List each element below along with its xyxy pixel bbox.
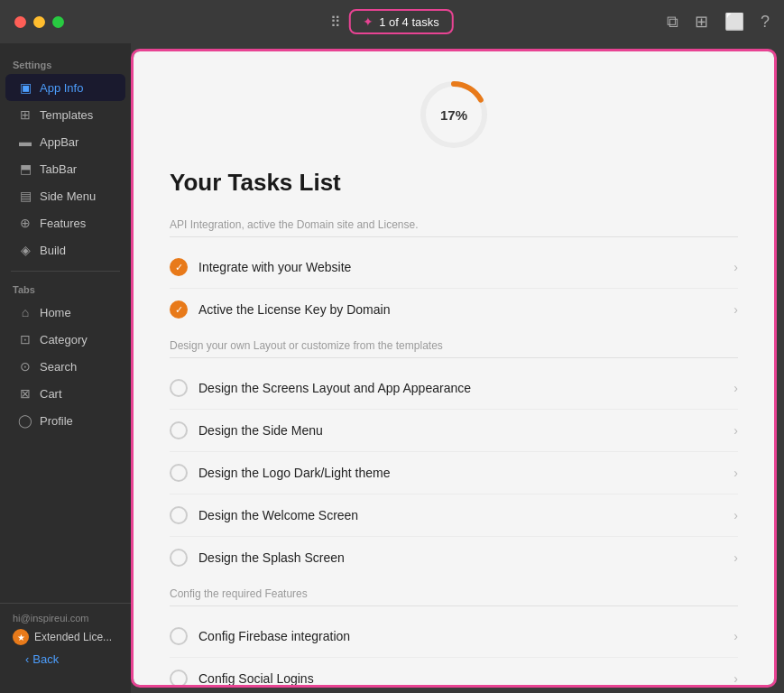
sidebar-item-tabbar[interactable]: ⬒ TabBar xyxy=(5,155,125,182)
sidebar-item-build[interactable]: ◈ Build xyxy=(5,236,125,263)
task-pill[interactable]: ✦ 1 of 4 tasks xyxy=(348,9,453,34)
footer-license-text: Extended Lice... xyxy=(34,631,112,643)
task-check-logo-theme xyxy=(170,464,188,482)
task-section-label-config: Config the required Features xyxy=(170,587,738,606)
sidebar-item-app-info[interactable]: ▣ App Info xyxy=(5,74,125,101)
sidebar-label-profile: Profile xyxy=(40,414,73,428)
task-chevron-social-logins: › xyxy=(733,671,738,686)
display-icon[interactable]: ⬜ xyxy=(724,12,744,32)
task-chevron-screens-layout: › xyxy=(733,381,738,395)
task-chevron-license: › xyxy=(733,302,738,317)
tasks-title: Your Tasks List xyxy=(170,169,738,197)
minimize-button[interactable] xyxy=(33,16,45,28)
task-text-firebase: Config Firebase integration xyxy=(198,629,723,643)
sidebar-label-templates: Templates xyxy=(40,108,93,122)
layers-icon[interactable]: ⧉ xyxy=(667,13,678,32)
sidebar-item-features[interactable]: ⊕ Features xyxy=(5,209,125,236)
back-label: Back xyxy=(32,652,59,666)
sidebar-label-app-info: App Info xyxy=(40,81,83,95)
task-check-welcome xyxy=(170,506,188,524)
task-item-welcome[interactable]: Design the Welcome Screen › xyxy=(170,494,738,537)
cart-icon: ⊠ xyxy=(18,386,32,401)
task-section-label-design: Design your own Layout or customize from… xyxy=(170,339,738,358)
task-section-api: API Integration, active the Domain site … xyxy=(170,218,738,330)
task-check-firebase xyxy=(170,627,188,645)
titlebar-center: ⠿ ✦ 1 of 4 tasks xyxy=(330,9,453,34)
task-check-screens-layout xyxy=(170,379,188,397)
task-text-welcome: Design the Welcome Screen xyxy=(198,508,723,522)
sidebar-item-cart[interactable]: ⊠ Cart xyxy=(5,380,125,407)
task-pill-icon: ✦ xyxy=(363,14,374,29)
sidebar-label-category: Category xyxy=(40,333,88,346)
qr-icon[interactable]: ⊞ xyxy=(695,12,708,32)
sidebar-item-profile[interactable]: ◯ Profile xyxy=(5,407,125,434)
task-chevron-splash: › xyxy=(733,550,738,565)
footer-license-row: ★ Extended Lice... xyxy=(13,629,118,645)
task-chevron-firebase: › xyxy=(733,629,738,643)
sidebar-label-build: Build xyxy=(40,244,66,257)
tabbar-icon: ⬒ xyxy=(18,162,32,176)
close-button[interactable] xyxy=(14,16,26,28)
main-layout: Settings ▣ App Info ⊞ Templates ▬ AppBar… xyxy=(0,43,784,693)
back-button[interactable]: ‹ Back xyxy=(13,645,118,673)
task-chevron-logo-theme: › xyxy=(733,466,738,480)
task-section-design: Design your own Layout or customize from… xyxy=(170,339,738,578)
titlebar: ⠿ ✦ 1 of 4 tasks ⧉ ⊞ ⬜ ? xyxy=(0,0,784,43)
templates-icon: ⊞ xyxy=(18,107,32,122)
grid-icon[interactable]: ⠿ xyxy=(330,14,341,31)
progress-section: 17% xyxy=(170,79,738,151)
sidebar-label-search: Search xyxy=(40,360,77,374)
sidebar-label-features: Features xyxy=(40,217,86,230)
help-icon[interactable]: ? xyxy=(761,13,770,32)
search-icon: ⊙ xyxy=(18,359,32,374)
task-check-splash xyxy=(170,549,188,567)
sidebar-footer: hi@inspireui.com ★ Extended Lice... ‹ Ba… xyxy=(0,603,131,682)
category-icon: ⊡ xyxy=(18,332,32,346)
task-pill-label: 1 of 4 tasks xyxy=(379,15,438,29)
task-item-firebase[interactable]: Config Firebase integration › xyxy=(170,615,738,658)
task-item-splash[interactable]: Design the Splash Screen › xyxy=(170,537,738,578)
app-info-icon: ▣ xyxy=(18,80,32,95)
task-section-config: Config the required Features Config Fire… xyxy=(170,587,738,688)
titlebar-right: ⧉ ⊞ ⬜ ? xyxy=(667,12,770,32)
task-item-social-logins[interactable]: Config Social Logins › xyxy=(170,658,738,688)
task-text-splash: Design the Splash Screen xyxy=(198,550,723,565)
license-icon: ★ xyxy=(13,629,29,645)
home-icon: ⌂ xyxy=(18,305,32,319)
features-icon: ⊕ xyxy=(18,216,32,230)
sidebar-item-category[interactable]: ⊡ Category xyxy=(5,326,125,353)
task-item-license[interactable]: ✓ Active the License Key by Domain › xyxy=(170,289,738,330)
task-section-label-api: API Integration, active the Domain site … xyxy=(170,218,738,237)
side-menu-icon: ▤ xyxy=(18,189,32,203)
task-text-social-logins: Config Social Logins xyxy=(198,671,723,686)
progress-circle: 17% xyxy=(418,79,490,151)
task-item-screens-layout[interactable]: Design the Screens Layout and App Appear… xyxy=(170,367,738,410)
task-chevron-side-menu: › xyxy=(733,423,738,438)
sidebar-label-appbar: AppBar xyxy=(40,135,78,149)
task-check-social-logins xyxy=(170,670,188,688)
sidebar-item-templates[interactable]: ⊞ Templates xyxy=(5,101,125,128)
profile-icon: ◯ xyxy=(18,413,32,428)
maximize-button[interactable] xyxy=(52,16,64,28)
task-item-integrate[interactable]: ✓ Integrate with your Website › xyxy=(170,246,738,289)
sidebar-label-home: Home xyxy=(40,306,71,319)
footer-email: hi@inspireui.com xyxy=(13,613,118,624)
task-text-logo-theme: Design the Logo Dark/Light theme xyxy=(198,466,723,480)
task-item-logo-theme[interactable]: Design the Logo Dark/Light theme › xyxy=(170,452,738,494)
task-chevron-integrate: › xyxy=(733,260,738,274)
task-check-license: ✓ xyxy=(170,300,188,319)
sidebar-item-search[interactable]: ⊙ Search xyxy=(5,353,125,380)
build-icon: ◈ xyxy=(18,243,32,257)
sidebar-label-side-menu: Side Menu xyxy=(40,189,96,203)
traffic-lights xyxy=(14,16,64,28)
sidebar-item-home[interactable]: ⌂ Home xyxy=(5,299,125,326)
task-item-side-menu[interactable]: Design the Side Menu › xyxy=(170,410,738,452)
sidebar-label-tabbar: TabBar xyxy=(40,162,77,176)
task-text-integrate: Integrate with your Website xyxy=(198,260,723,274)
sidebar-item-appbar[interactable]: ▬ AppBar xyxy=(5,128,125,155)
progress-label: 17% xyxy=(440,107,467,123)
back-chevron-icon: ‹ xyxy=(25,652,29,666)
sidebar-item-side-menu[interactable]: ▤ Side Menu xyxy=(5,182,125,209)
task-text-side-menu: Design the Side Menu xyxy=(198,423,723,438)
task-check-integrate: ✓ xyxy=(170,258,188,276)
